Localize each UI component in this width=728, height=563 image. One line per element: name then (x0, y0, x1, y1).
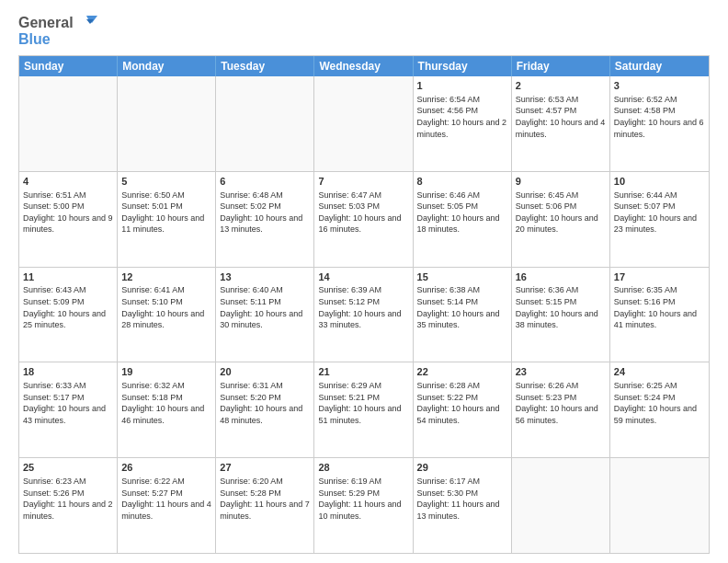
day-number: 11 (23, 270, 113, 284)
weekday-header-thursday: Thursday (414, 56, 512, 76)
calendar-day-5: 5Sunrise: 6:50 AM Sunset: 5:01 PM Daylig… (118, 172, 216, 267)
calendar-day-11: 11Sunrise: 6:43 AM Sunset: 5:09 PM Dayli… (19, 268, 118, 362)
logo-arrow-icon (75, 15, 97, 31)
calendar-day-19: 19Sunrise: 6:32 AM Sunset: 5:18 PM Dayli… (118, 362, 216, 457)
day-number: 24 (614, 365, 705, 379)
day-number: 9 (516, 175, 606, 189)
day-info: Sunrise: 6:26 AM Sunset: 5:23 PM Dayligh… (516, 380, 606, 426)
calendar-day-empty (19, 76, 118, 171)
day-info: Sunrise: 6:22 AM Sunset: 5:27 PM Dayligh… (121, 476, 211, 522)
calendar-day-26: 26Sunrise: 6:22 AM Sunset: 5:27 PM Dayli… (118, 458, 216, 553)
page: General Blue SundayMondayTuesdayWednesda… (0, 0, 728, 563)
calendar-day-14: 14Sunrise: 6:39 AM Sunset: 5:12 PM Dayli… (314, 268, 413, 362)
calendar-day-29: 29Sunrise: 6:17 AM Sunset: 5:30 PM Dayli… (414, 458, 512, 553)
day-number: 10 (614, 175, 705, 189)
calendar-day-16: 16Sunrise: 6:36 AM Sunset: 5:15 PM Dayli… (512, 268, 610, 362)
weekday-header-monday: Monday (118, 56, 216, 76)
day-number: 15 (417, 270, 507, 284)
day-number: 26 (121, 461, 211, 475)
day-number: 27 (220, 461, 310, 475)
day-number: 16 (516, 270, 606, 284)
day-info: Sunrise: 6:48 AM Sunset: 5:02 PM Dayligh… (220, 190, 310, 236)
weekday-header-wednesday: Wednesday (314, 56, 413, 76)
day-number: 2 (516, 79, 606, 93)
calendar-day-18: 18Sunrise: 6:33 AM Sunset: 5:17 PM Dayli… (19, 362, 118, 457)
day-info: Sunrise: 6:50 AM Sunset: 5:01 PM Dayligh… (121, 190, 211, 236)
header: General Blue (18, 15, 710, 48)
calendar-day-23: 23Sunrise: 6:26 AM Sunset: 5:23 PM Dayli… (512, 362, 610, 457)
logo: General Blue (18, 15, 97, 48)
day-info: Sunrise: 6:51 AM Sunset: 5:00 PM Dayligh… (23, 190, 113, 236)
calendar-row-0: 1Sunrise: 6:54 AM Sunset: 4:56 PM Daylig… (19, 76, 709, 171)
weekday-header-saturday: Saturday (610, 56, 709, 76)
calendar-day-empty (118, 76, 216, 171)
day-info: Sunrise: 6:28 AM Sunset: 5:22 PM Dayligh… (417, 380, 507, 426)
calendar-row-1: 4Sunrise: 6:51 AM Sunset: 5:00 PM Daylig… (19, 171, 709, 267)
calendar-day-2: 2Sunrise: 6:53 AM Sunset: 4:57 PM Daylig… (512, 76, 610, 171)
day-number: 6 (220, 175, 310, 189)
weekday-header-tuesday: Tuesday (216, 56, 314, 76)
calendar-header: SundayMondayTuesdayWednesdayThursdayFrid… (19, 56, 709, 76)
day-info: Sunrise: 6:36 AM Sunset: 5:15 PM Dayligh… (516, 284, 606, 330)
day-info: Sunrise: 6:52 AM Sunset: 4:58 PM Dayligh… (614, 94, 705, 140)
day-number: 25 (23, 461, 113, 475)
calendar-day-22: 22Sunrise: 6:28 AM Sunset: 5:22 PM Dayli… (414, 362, 512, 457)
calendar-day-empty (314, 76, 413, 171)
day-number: 12 (121, 270, 211, 284)
day-info: Sunrise: 6:17 AM Sunset: 5:30 PM Dayligh… (417, 476, 507, 522)
day-number: 29 (417, 461, 507, 475)
day-number: 3 (614, 79, 705, 93)
calendar-day-1: 1Sunrise: 6:54 AM Sunset: 4:56 PM Daylig… (414, 76, 512, 171)
calendar-day-28: 28Sunrise: 6:19 AM Sunset: 5:29 PM Dayli… (314, 458, 413, 553)
day-number: 1 (417, 79, 507, 93)
day-number: 22 (417, 365, 507, 379)
day-info: Sunrise: 6:38 AM Sunset: 5:14 PM Dayligh… (417, 284, 507, 330)
day-number: 23 (516, 365, 606, 379)
calendar-day-empty (216, 76, 314, 171)
weekday-header-friday: Friday (512, 56, 610, 76)
day-number: 18 (23, 365, 113, 379)
day-number: 28 (318, 461, 408, 475)
calendar-day-4: 4Sunrise: 6:51 AM Sunset: 5:00 PM Daylig… (19, 172, 118, 267)
day-number: 20 (220, 365, 310, 379)
day-info: Sunrise: 6:47 AM Sunset: 5:03 PM Dayligh… (318, 190, 408, 236)
day-info: Sunrise: 6:53 AM Sunset: 4:57 PM Dayligh… (516, 94, 606, 140)
calendar-day-20: 20Sunrise: 6:31 AM Sunset: 5:20 PM Dayli… (216, 362, 314, 457)
calendar-day-27: 27Sunrise: 6:20 AM Sunset: 5:28 PM Dayli… (216, 458, 314, 553)
calendar-day-10: 10Sunrise: 6:44 AM Sunset: 5:07 PM Dayli… (610, 172, 709, 267)
day-number: 21 (318, 365, 408, 379)
calendar-day-empty (512, 458, 610, 553)
calendar-day-21: 21Sunrise: 6:29 AM Sunset: 5:21 PM Dayli… (314, 362, 413, 457)
day-number: 8 (417, 175, 507, 189)
day-number: 14 (318, 270, 408, 284)
calendar-day-13: 13Sunrise: 6:40 AM Sunset: 5:11 PM Dayli… (216, 268, 314, 362)
day-number: 13 (220, 270, 310, 284)
calendar-day-9: 9Sunrise: 6:45 AM Sunset: 5:06 PM Daylig… (512, 172, 610, 267)
calendar-day-24: 24Sunrise: 6:25 AM Sunset: 5:24 PM Dayli… (610, 362, 709, 457)
calendar-day-6: 6Sunrise: 6:48 AM Sunset: 5:02 PM Daylig… (216, 172, 314, 267)
day-info: Sunrise: 6:43 AM Sunset: 5:09 PM Dayligh… (23, 284, 113, 330)
day-info: Sunrise: 6:19 AM Sunset: 5:29 PM Dayligh… (318, 476, 408, 522)
calendar-body: 1Sunrise: 6:54 AM Sunset: 4:56 PM Daylig… (19, 76, 709, 553)
day-info: Sunrise: 6:40 AM Sunset: 5:11 PM Dayligh… (220, 284, 310, 330)
day-info: Sunrise: 6:54 AM Sunset: 4:56 PM Dayligh… (417, 94, 507, 140)
weekday-header-sunday: Sunday (19, 56, 118, 76)
day-info: Sunrise: 6:31 AM Sunset: 5:20 PM Dayligh… (220, 380, 310, 426)
calendar-day-25: 25Sunrise: 6:23 AM Sunset: 5:26 PM Dayli… (19, 458, 118, 553)
calendar-day-12: 12Sunrise: 6:41 AM Sunset: 5:10 PM Dayli… (118, 268, 216, 362)
calendar-day-8: 8Sunrise: 6:46 AM Sunset: 5:05 PM Daylig… (414, 172, 512, 267)
day-number: 19 (121, 365, 211, 379)
day-number: 17 (614, 270, 705, 284)
day-number: 4 (23, 175, 113, 189)
logo-display: General Blue (18, 15, 97, 48)
calendar-row-2: 11Sunrise: 6:43 AM Sunset: 5:09 PM Dayli… (19, 267, 709, 362)
day-info: Sunrise: 6:23 AM Sunset: 5:26 PM Dayligh… (23, 476, 113, 522)
day-info: Sunrise: 6:39 AM Sunset: 5:12 PM Dayligh… (318, 284, 408, 330)
day-info: Sunrise: 6:46 AM Sunset: 5:05 PM Dayligh… (417, 190, 507, 236)
calendar-row-3: 18Sunrise: 6:33 AM Sunset: 5:17 PM Dayli… (19, 362, 709, 457)
calendar-day-empty (610, 458, 709, 553)
day-info: Sunrise: 6:25 AM Sunset: 5:24 PM Dayligh… (614, 380, 705, 426)
day-info: Sunrise: 6:20 AM Sunset: 5:28 PM Dayligh… (220, 476, 310, 522)
calendar-day-15: 15Sunrise: 6:38 AM Sunset: 5:14 PM Dayli… (414, 268, 512, 362)
day-info: Sunrise: 6:29 AM Sunset: 5:21 PM Dayligh… (318, 380, 408, 426)
